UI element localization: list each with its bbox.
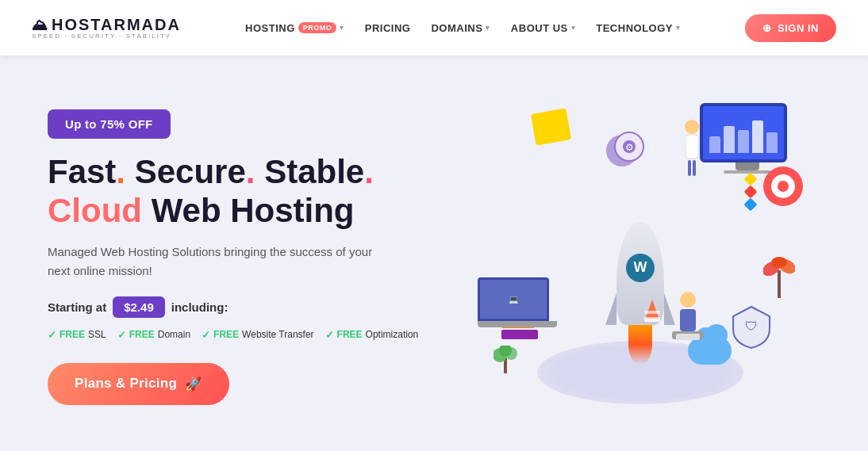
svg-rect-11 xyxy=(688,160,691,176)
starting-text: Starting at xyxy=(48,300,106,314)
nav-item-about[interactable]: ABOUT US ▾ xyxy=(503,16,583,40)
sticky-note-illustration xyxy=(531,108,571,145)
chart-bars xyxy=(703,106,784,159)
cta-button[interactable]: Plans & Pricing 🚀 xyxy=(48,363,229,405)
laptop-screen: 💻 xyxy=(478,277,549,321)
signin-label: SIGN IN xyxy=(778,22,819,34)
brand-name: HOSTARMADA xyxy=(52,16,181,34)
brand-tagline: SPEED · SECURITY · STABILITY xyxy=(32,32,171,40)
chart-bar xyxy=(738,130,749,152)
laptop-illustration: 💻 xyxy=(478,277,557,333)
logo[interactable]: ⛰ HOSTARMADA SPEED · SECURITY · STABILIT… xyxy=(32,16,181,40)
chevron-down-icon: ▾ xyxy=(676,24,681,32)
signin-button[interactable]: ⊕ SIGN IN xyxy=(745,14,836,42)
logo-icon: ⛰ xyxy=(32,16,48,34)
person-1-illustration xyxy=(668,290,708,349)
feature-label-transfer: Website Transfer xyxy=(242,329,313,340)
navbar: ⛰ HOSTARMADA SPEED · SECURITY · STABILIT… xyxy=(0,0,868,55)
rocket-flame xyxy=(628,325,652,365)
plant-illustration xyxy=(763,254,795,305)
feature-label-optimization: Optimization xyxy=(366,329,419,340)
nav-links: HOSTING PROMO ▾ PRICING DOMAINS ▾ ABOUT … xyxy=(237,16,688,40)
svg-rect-20 xyxy=(644,319,660,322)
including-text: including: xyxy=(171,300,229,314)
dot-1: . xyxy=(116,153,125,190)
nav-item-technology[interactable]: TECHNOLOGY ▾ xyxy=(588,16,688,40)
feature-label-domain: Domain xyxy=(158,329,190,340)
dot-2: . xyxy=(246,153,255,190)
monitor-stand xyxy=(735,162,759,170)
wordpress-logo: W xyxy=(626,254,655,282)
person-2-illustration xyxy=(676,119,708,185)
free-label-domain: FREE xyxy=(129,329,155,340)
laptop-base xyxy=(478,321,557,327)
promo-badge: PROMO xyxy=(298,22,337,33)
title-stable: Stable xyxy=(255,153,364,190)
svg-rect-19 xyxy=(644,311,660,314)
title-secure: Secure xyxy=(125,153,246,190)
feature-domain: ✓ FREE Domain xyxy=(117,329,190,341)
title-fast: Fast xyxy=(48,153,116,190)
svg-rect-1 xyxy=(778,270,781,298)
gear-illustration: ⚙ xyxy=(613,131,645,166)
free-label-transfer: FREE xyxy=(213,329,239,340)
target-inner xyxy=(771,174,795,198)
target-illustration xyxy=(763,166,803,206)
rocket-fin-left xyxy=(605,293,616,325)
svg-point-9 xyxy=(685,120,699,134)
starting-price-row: Starting at $2.49 including: xyxy=(48,296,460,318)
nav-item-hosting[interactable]: HOSTING PROMO ▾ xyxy=(237,16,352,40)
svg-rect-6 xyxy=(680,309,696,331)
nav-link-technology[interactable]: TECHNOLOGY ▾ xyxy=(588,16,688,40)
feature-ssl: ✓ FREE SSL xyxy=(48,329,106,341)
free-label-ssl: FREE xyxy=(60,329,85,340)
chart-bar xyxy=(709,136,720,152)
cta-label: Plans & Pricing xyxy=(75,376,177,392)
hero-section: Up to 75% OFF Fast. Secure. Stable. Clou… xyxy=(0,55,868,451)
svg-point-4 xyxy=(771,257,787,268)
chevron-down-icon: ▾ xyxy=(486,24,490,32)
feature-optimization: ✓ FREE Optimization xyxy=(325,329,419,341)
checkmark-icon: ✓ xyxy=(117,329,126,341)
traffic-cone-illustration xyxy=(644,300,660,325)
svg-rect-12 xyxy=(693,160,696,176)
price-chip: $2.49 xyxy=(113,296,165,318)
monitor-illustration xyxy=(700,103,795,174)
nav-item-domains[interactable]: DOMAINS ▾ xyxy=(423,16,497,40)
chart-bar xyxy=(752,120,763,153)
checkmark-icon: ✓ xyxy=(48,329,56,341)
nav-link-hosting[interactable]: HOSTING PROMO ▾ xyxy=(237,16,352,40)
hero-illustration: ⚙ xyxy=(460,79,820,435)
rocket-illustration: W xyxy=(609,222,672,365)
small-plant-illustration xyxy=(494,346,517,380)
checkmark-icon: ✓ xyxy=(202,329,210,341)
chevron-down-icon: ▾ xyxy=(340,24,344,32)
chart-bar xyxy=(724,126,735,152)
shield-illustration: 🛡 xyxy=(732,305,771,349)
svg-point-5 xyxy=(680,292,696,308)
svg-rect-8 xyxy=(676,334,700,340)
chevron-down-icon: ▾ xyxy=(571,24,576,32)
chart-bar xyxy=(766,132,778,153)
dot-3: . xyxy=(364,153,374,190)
features-row: ✓ FREE SSL ✓ FREE Domain ✓ FREE Website … xyxy=(48,329,460,341)
hero-title: Fast. Secure. Stable. Cloud Web Hosting xyxy=(48,153,460,230)
nav-link-domains[interactable]: DOMAINS ▾ xyxy=(423,16,497,40)
monitor-screen xyxy=(700,103,787,162)
rocket-icon: 🚀 xyxy=(185,376,202,392)
checkmark-icon: ✓ xyxy=(325,329,334,341)
signin-icon: ⊕ xyxy=(762,22,772,34)
nav-link-about[interactable]: ABOUT US ▾ xyxy=(503,16,583,40)
feature-label-ssl: SSL xyxy=(88,329,106,340)
nav-link-pricing[interactable]: PRICING xyxy=(357,16,419,40)
svg-text:⚙: ⚙ xyxy=(624,142,633,153)
svg-text:🛡: 🛡 xyxy=(745,319,758,333)
hero-subtitle: Managed Web Hosting Solutions bringing t… xyxy=(48,243,381,281)
svg-rect-10 xyxy=(686,135,698,159)
gems-illustration xyxy=(746,174,755,209)
title-cloud: Cloud xyxy=(48,192,142,229)
nav-item-pricing[interactable]: PRICING xyxy=(357,16,419,40)
hero-content: Up to 75% OFF Fast. Secure. Stable. Clou… xyxy=(48,109,460,405)
illustration-container: ⚙ xyxy=(470,87,811,428)
free-label-optimization: FREE xyxy=(337,329,363,340)
